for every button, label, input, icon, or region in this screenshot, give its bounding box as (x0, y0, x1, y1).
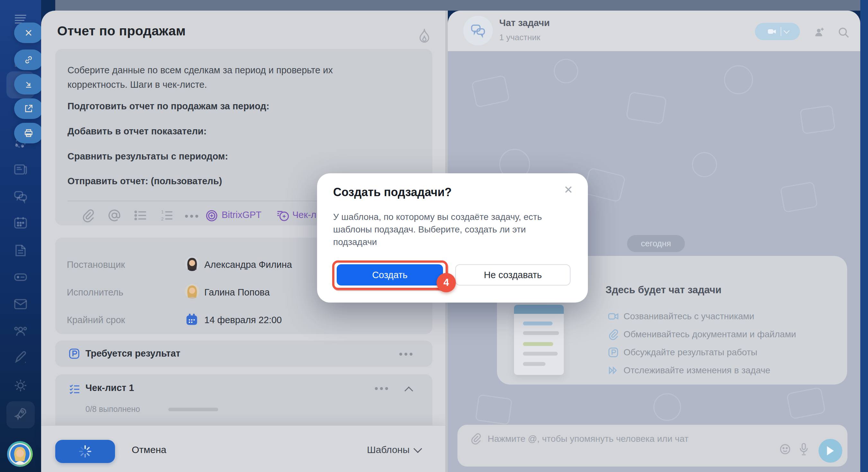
news-icon[interactable] (13, 162, 28, 177)
field-value[interactable]: Александра Филина (204, 260, 292, 270)
close-icon[interactable]: ✕ (564, 184, 573, 195)
save-button-loading[interactable] (55, 440, 115, 463)
microphone-icon[interactable] (797, 442, 810, 456)
message-input[interactable]: Нажмите @, чтобы упомянуть человека или … (458, 425, 847, 467)
checklist-more-icon[interactable] (375, 387, 388, 390)
close-task-button[interactable] (14, 23, 43, 43)
search-icon[interactable] (837, 26, 850, 39)
task-footer-bar: Отмена Шаблоны (41, 425, 445, 472)
checklist-title: Чек-лист 1 (86, 383, 134, 393)
chat-icon[interactable] (13, 189, 28, 205)
spinner-icon (78, 444, 93, 459)
annotation-step-badge: 4 (437, 273, 456, 292)
result-flag-icon (68, 348, 80, 360)
modal-title: Создать подзадачи? (333, 185, 452, 199)
deadline-calendar-icon (185, 312, 199, 326)
collapse-button[interactable] (14, 74, 43, 94)
chat-welcome-title: Здесь будет чат задачи (606, 284, 721, 296)
chat-bubbles-icon (463, 16, 493, 45)
video-call-icon (767, 26, 777, 37)
pattern-doodle (692, 152, 717, 177)
numbered-list-icon[interactable]: 12 (160, 208, 175, 223)
chevron-down-icon (413, 444, 422, 453)
pattern-doodle (653, 393, 681, 421)
drive-icon[interactable] (13, 269, 28, 285)
print-button[interactable] (14, 123, 43, 143)
welcome-item: Отслеживайте изменения в задаче (623, 365, 770, 376)
open-in-new-button[interactable] (14, 98, 43, 119)
checklist-progress-bar (168, 408, 218, 411)
current-user-avatar[interactable] (7, 441, 33, 467)
collapse-checklist-icon[interactable] (404, 386, 413, 395)
checklist-ai-icon[interactable] (276, 209, 290, 223)
pattern-doodle (554, 59, 578, 83)
create-subtasks-modal: Создать подзадачи? ✕ У шаблона, по котор… (317, 173, 588, 302)
date-badge: сегодня (627, 235, 685, 252)
field-label: Крайний срок (67, 315, 125, 325)
chat-title: Чат задачи (499, 18, 550, 28)
description-section: Добавить в отчет показатели: (67, 126, 207, 137)
annotation-highlight-ring (332, 260, 448, 290)
result-section[interactable]: Требуется результат (55, 341, 432, 367)
calendar-icon[interactable] (13, 215, 28, 231)
emoji-icon[interactable] (779, 443, 792, 455)
add-participant-icon[interactable] (813, 26, 826, 39)
bitrixgpt-button[interactable]: BitrixGPT (222, 210, 261, 220)
page-right-band (860, 0, 868, 472)
edit-icon[interactable] (13, 350, 28, 365)
bitrixgpt-icon[interactable] (205, 209, 218, 223)
field-value[interactable]: Галина Попова (204, 287, 270, 298)
documents-icon[interactable] (13, 243, 28, 258)
avatar (185, 284, 199, 299)
copy-link-button[interactable] (14, 50, 43, 70)
result-more-icon[interactable] (399, 353, 412, 356)
templates-button[interactable]: Шаблоны (367, 444, 421, 455)
pattern-doodle (786, 387, 826, 419)
video-icon (608, 311, 619, 322)
mention-icon[interactable] (107, 208, 122, 223)
welcome-item: Созванивайтесь с участниками (623, 311, 754, 322)
bullet-list-icon[interactable] (134, 208, 148, 223)
page-top-strip (55, 0, 860, 10)
chat-header: Чат задачи 1 участник (448, 10, 860, 51)
avatar (185, 256, 199, 271)
templates-label: Шаблоны (367, 444, 410, 455)
decline-button[interactable]: Не создавать (455, 264, 570, 286)
description-text: Соберите данные по всем сделкам за перио… (67, 63, 356, 92)
chevron-down-icon (783, 28, 789, 33)
pattern-doodle (780, 181, 818, 212)
pattern-doodle (471, 75, 510, 108)
result-flag-icon (608, 347, 619, 358)
rocket-icon[interactable] (13, 406, 28, 421)
modal-body-text: У шаблона, по которому вы создаёте задач… (333, 211, 558, 248)
checklist-section: Чек-лист 1 0/8 выполнено (55, 374, 432, 425)
cancel-button[interactable]: Отмена (132, 444, 166, 455)
result-section-label: Требуется результат (86, 348, 181, 359)
editor-more-icon[interactable] (185, 215, 198, 218)
send-button[interactable] (818, 439, 842, 463)
checklist-progress: 0/8 выполнено (86, 405, 140, 414)
field-label: Постановщик (67, 260, 125, 270)
field-value[interactable]: 14 февраля 22:00 (204, 315, 282, 325)
description-section: Подготовить отчет по продажам за период: (67, 101, 269, 112)
attach-icon[interactable] (470, 433, 482, 445)
attach-icon[interactable] (81, 208, 96, 223)
pattern-doodle (626, 91, 667, 124)
svg-text:2: 2 (161, 217, 164, 222)
welcome-item: Обсуждайте результаты работы (623, 347, 757, 357)
people-icon[interactable] (13, 323, 28, 339)
changes-icon (608, 364, 619, 376)
sidebar (0, 0, 41, 472)
flame-icon (417, 27, 432, 44)
pattern-doodle (583, 167, 626, 203)
send-icon (826, 446, 835, 456)
field-label: Исполнитель (67, 287, 123, 298)
settings-icon[interactable] (13, 378, 28, 393)
pattern-doodle (475, 394, 513, 425)
chat-participants[interactable]: 1 участник (499, 32, 540, 42)
pattern-doodle (800, 105, 836, 134)
message-placeholder: Нажмите @, чтобы упомянуть человека или … (488, 434, 688, 444)
mail-icon[interactable] (13, 296, 28, 312)
video-call-button[interactable] (755, 23, 800, 40)
description-section: Сравнить результаты с периодом: (67, 151, 228, 162)
